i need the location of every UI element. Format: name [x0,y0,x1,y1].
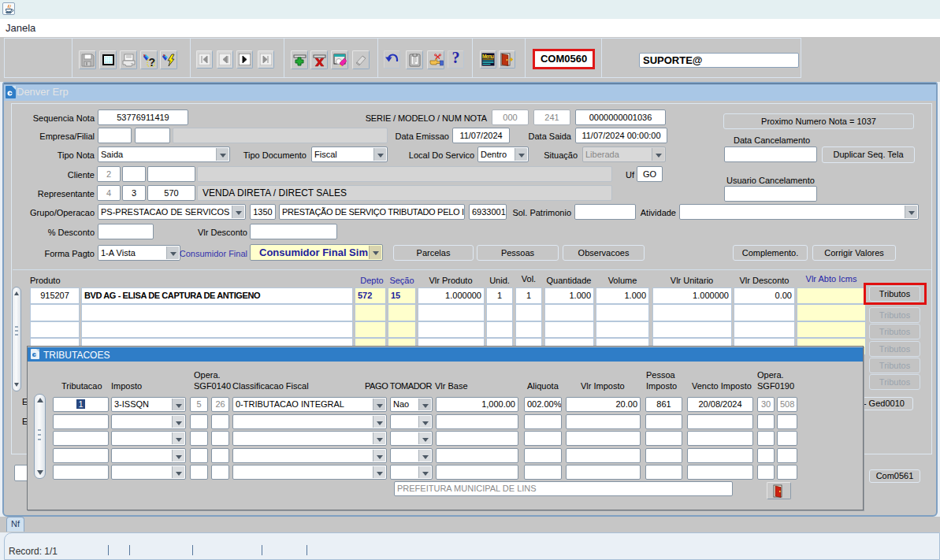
svg-text:?: ? [149,56,156,67]
svg-text:Menu: Menu [482,54,494,59]
